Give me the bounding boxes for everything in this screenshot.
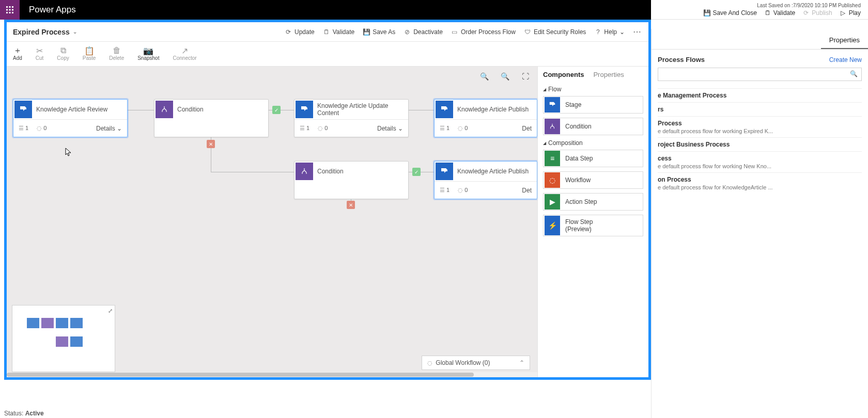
save-and-close-button[interactable]: 💾Save And Close — [703, 9, 756, 17]
designer-frame: Expired Process⌄ ⟳Update 🗒Validate 💾Save… — [4, 20, 651, 380]
last-saved-label: Last Saved on :7/9/2020 10:10 PM Publish… — [757, 3, 861, 8]
delete-button[interactable]: 🗑Delete — [109, 47, 124, 61]
fit-screen-button[interactable]: ⛶ — [520, 71, 531, 82]
process-flow-item[interactable]: e Management Process — [658, 88, 862, 102]
plus-icon: ＋ — [14, 47, 21, 54]
stage-title: Knowledge Article Review — [33, 106, 127, 113]
process-flow-desc: e default process flow for KnowledgeArti… — [658, 184, 862, 190]
mouse-cursor — [65, 148, 72, 157]
validate-button-top[interactable]: 🗒Validate — [764, 9, 795, 17]
cut-button[interactable]: ✂Cut — [36, 47, 44, 61]
process-search-input[interactable] — [658, 68, 862, 81]
action-step-icon: ▶ — [545, 194, 560, 210]
update-button[interactable]: ⟳Update — [285, 28, 315, 36]
section-flow[interactable]: ◢Flow — [543, 86, 643, 93]
tab-components[interactable]: Components — [543, 71, 584, 81]
waffle-menu[interactable] — [0, 0, 20, 20]
tab-properties[interactable]: Properties — [593, 71, 624, 81]
details-toggle[interactable]: Det — [522, 187, 532, 194]
steps-count: ☰1 — [300, 125, 309, 132]
process-flow-name: Process — [658, 120, 862, 127]
chevron-down-icon: ⌄ — [619, 28, 625, 36]
create-new-link[interactable]: Create New — [829, 56, 862, 63]
copy-button[interactable]: ⧉Copy — [57, 47, 69, 61]
svg-rect-2 — [12, 6, 13, 8]
component-stage[interactable]: Stage — [543, 96, 643, 114]
stage-icon — [436, 163, 453, 180]
process-flow-item[interactable]: roject Business Process — [658, 137, 862, 151]
details-toggle[interactable]: Details ⌄ — [377, 125, 403, 132]
more-menu[interactable]: ⋯ — [633, 27, 642, 37]
security-icon: 🛡 — [524, 28, 531, 36]
component-workflow[interactable]: ◌Workflow — [543, 171, 643, 189]
duration-count: ◌0 — [458, 187, 468, 194]
process-flow-item[interactable]: cesse default process flow for working N… — [658, 151, 862, 172]
process-flow-item[interactable]: on Processe default process flow for Kno… — [658, 172, 862, 194]
minimap[interactable]: ⤢ — [12, 305, 115, 372]
clock-icon: ◌ — [318, 125, 323, 131]
minimap-node — [70, 336, 83, 347]
stage-knowledge-article-review[interactable]: Knowledge Article Review ☰1 ◌0 Details ⌄ — [13, 99, 128, 137]
condition-stage-2[interactable]: Condition — [294, 161, 409, 199]
order-icon: ▭ — [451, 28, 458, 36]
stage-publish-2[interactable]: Knowledge Article Publish ☰1 ◌0 Det — [434, 161, 537, 199]
minimap-node — [56, 336, 68, 347]
rp-tab-blank — [652, 41, 821, 49]
horizontal-scrollbar[interactable] — [7, 372, 537, 377]
designer-canvas[interactable]: 🔍 🔍 ⛶ ✓ ✕ ✓ ✕ Knowledge Article Review ☰… — [7, 67, 537, 377]
process-flow-item[interactable]: rs — [658, 102, 862, 116]
workflow-icon: ◌ — [545, 172, 560, 188]
global-workflow-bar[interactable]: ◌ Global Workflow (0) ⌃ — [422, 356, 530, 370]
expand-icon[interactable]: ⤢ — [108, 308, 113, 314]
component-action-step[interactable]: ▶Action Step — [543, 193, 643, 211]
play-button[interactable]: ▷Play — [840, 9, 861, 17]
steps-count: ☰1 — [440, 187, 450, 194]
deactivate-button[interactable]: ⊘Deactivate — [404, 28, 443, 36]
false-branch-marker: ✕ — [347, 201, 355, 209]
stage-title: Knowledge Article Publish — [454, 106, 537, 113]
stage-publish-1[interactable]: Knowledge Article Publish ☰1 ◌0 Det — [434, 99, 537, 137]
zoom-out-button[interactable]: 🔍 — [478, 71, 490, 82]
stage-title: Condition — [174, 106, 268, 113]
component-condition[interactable]: Condition — [543, 118, 643, 135]
true-branch-marker: ✓ — [272, 106, 281, 114]
add-button[interactable]: ＋Add — [13, 47, 22, 61]
triangle-down-icon: ◢ — [543, 141, 546, 146]
status-bar: Status: Active — [4, 410, 44, 417]
cut-icon: ✂ — [36, 47, 43, 54]
validate-button[interactable]: 🗒Validate — [323, 28, 354, 36]
help-button[interactable]: ?Help⌄ — [594, 28, 625, 36]
paste-button[interactable]: 📋Paste — [83, 47, 96, 61]
component-data-step[interactable]: ≡Data Step — [543, 150, 643, 167]
connector-icon: ↗ — [181, 47, 189, 54]
component-flow-step[interactable]: ⚡Flow Step(Preview) — [543, 215, 643, 236]
rp-tab-properties[interactable]: Properties — [821, 32, 868, 49]
process-flow-name: rs — [658, 106, 862, 113]
connector-button[interactable]: ↗Connector — [173, 47, 196, 61]
details-toggle[interactable]: Det — [522, 125, 532, 132]
validate-icon: 🗒 — [764, 9, 771, 17]
save-as-button[interactable]: 💾Save As — [363, 28, 395, 36]
stage-icon — [436, 101, 453, 118]
svg-rect-5 — [12, 9, 13, 11]
process-flow-name: e Management Process — [658, 92, 862, 99]
stage-update-content[interactable]: Knowledge Article Update Content ☰1 ◌0 D… — [294, 99, 409, 137]
condition-stage-1[interactable]: Condition — [154, 99, 269, 137]
svg-rect-7 — [9, 12, 11, 13]
details-toggle[interactable]: Details ⌄ — [96, 125, 122, 132]
process-name-dropdown[interactable]: Expired Process⌄ — [13, 28, 77, 36]
order-flow-button[interactable]: ▭Order Process Flow — [451, 28, 516, 36]
zoom-in-button[interactable]: 🔍 — [499, 71, 510, 82]
chevron-down-icon: ⌄ — [73, 29, 77, 35]
right-panel: Properties Process Flows Create New 🔍 e … — [651, 29, 868, 418]
edit-security-button[interactable]: 🛡Edit Security Roles — [524, 28, 586, 36]
publish-icon: ⟳ — [802, 9, 810, 17]
section-composition[interactable]: ◢Composition — [543, 139, 643, 147]
steps-count: ☰1 — [440, 125, 450, 132]
svg-rect-1 — [9, 6, 11, 8]
play-icon: ▷ — [840, 9, 847, 17]
svg-rect-0 — [6, 6, 8, 8]
process-flow-item[interactable]: Processe default process flow for workin… — [658, 116, 862, 137]
help-icon: ? — [594, 28, 601, 36]
snapshot-button[interactable]: 📷Snapshot — [137, 47, 159, 61]
